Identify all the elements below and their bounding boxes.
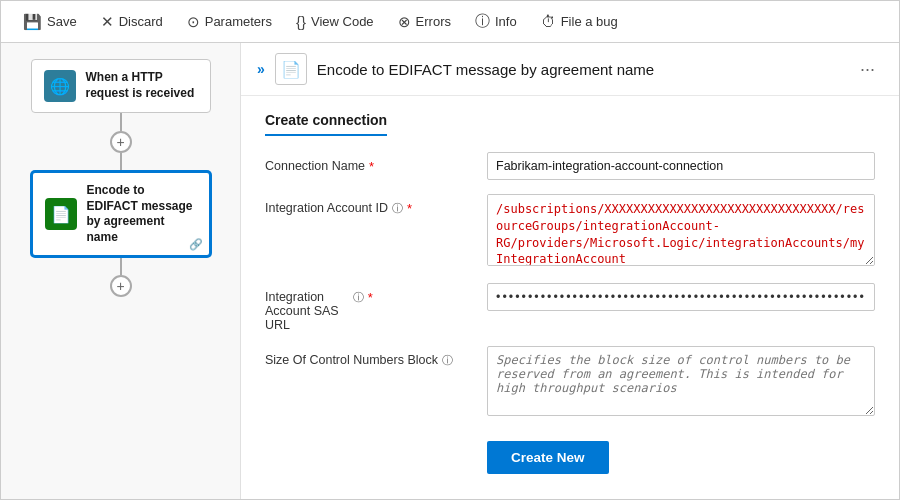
save-button[interactable]: 💾 Save: [13, 9, 87, 35]
connection-name-field: [487, 152, 875, 180]
v-line-2: [120, 153, 122, 171]
save-label: Save: [47, 14, 77, 29]
integration-account-id-input[interactable]: /subscriptions/XXXXXXXXXXXXXXXXXXXXXXXXX…: [487, 194, 875, 266]
sas-url-row: Integration Account SAS URL ⓘ *: [265, 283, 875, 332]
add-step-1[interactable]: +: [110, 131, 132, 153]
viewcode-button[interactable]: {} View Code: [286, 9, 384, 34]
parameters-button[interactable]: ⊙ Parameters: [177, 9, 282, 35]
action-title: Encode to EDIFACT message by agreement n…: [317, 61, 842, 78]
info-button[interactable]: ⓘ Info: [465, 8, 527, 35]
required-star-1: *: [369, 159, 374, 174]
action-menu-button[interactable]: ···: [852, 55, 883, 84]
main-area: 🌐 When a HTTP request is received + 📄 En…: [1, 43, 899, 500]
sas-url-field: [487, 283, 875, 311]
parameters-label: Parameters: [205, 14, 272, 29]
code-icon: {}: [296, 13, 306, 30]
v-line-3: [120, 257, 122, 275]
add-step-2[interactable]: +: [110, 275, 132, 297]
integration-account-id-row: Integration Account ID ⓘ * /subscription…: [265, 194, 875, 269]
filebug-label: File a bug: [561, 14, 618, 29]
errors-label: Errors: [416, 14, 451, 29]
viewcode-label: View Code: [311, 14, 374, 29]
integration-account-id-label: Integration Account ID ⓘ *: [265, 194, 475, 216]
required-star-2: *: [407, 201, 412, 216]
form-section-title: Create connection: [265, 112, 387, 136]
save-icon: 💾: [23, 13, 42, 31]
form-area: Create connection Connection Name * Inte…: [241, 96, 899, 500]
sas-url-label: Integration Account SAS URL ⓘ *: [265, 283, 475, 332]
sas-url-input[interactable]: [487, 283, 875, 311]
connector-1: +: [110, 113, 132, 171]
http-trigger-icon: 🌐: [44, 70, 76, 102]
create-new-button[interactable]: Create New: [487, 441, 609, 474]
action-header: » 📄 Encode to EDIFACT message by agreeme…: [241, 43, 899, 96]
errors-icon: ⊗: [398, 13, 411, 31]
control-numbers-block-row: Size Of Control Numbers Block ⓘ: [265, 346, 875, 419]
http-trigger-node[interactable]: 🌐 When a HTTP request is received: [31, 59, 211, 113]
info-icon-3[interactable]: ⓘ: [442, 353, 453, 368]
discard-icon: ✕: [101, 13, 114, 31]
required-star-3: *: [368, 290, 373, 305]
info-icon-1[interactable]: ⓘ: [392, 201, 403, 216]
control-numbers-block-field: [487, 346, 875, 419]
discard-button[interactable]: ✕ Discard: [91, 9, 173, 35]
connection-name-label: Connection Name *: [265, 152, 475, 174]
v-line-1: [120, 113, 122, 131]
info-icon-2[interactable]: ⓘ: [353, 290, 364, 305]
action-icon-box: 📄: [275, 53, 307, 85]
edifact-action-label: Encode to EDIFACT message by agreement n…: [87, 183, 197, 245]
info-label: Info: [495, 14, 517, 29]
left-panel: 🌐 When a HTTP request is received + 📄 En…: [1, 43, 241, 500]
bug-icon: ⏱: [541, 13, 556, 30]
info-icon: ⓘ: [475, 12, 490, 31]
link-icon: 🔗: [189, 238, 203, 251]
connection-name-row: Connection Name *: [265, 152, 875, 180]
integration-account-id-field: /subscriptions/XXXXXXXXXXXXXXXXXXXXXXXXX…: [487, 194, 875, 269]
control-numbers-block-label: Size Of Control Numbers Block ⓘ: [265, 346, 475, 368]
toolbar: 💾 Save ✕ Discard ⊙ Parameters {} View Co…: [1, 1, 899, 43]
errors-button[interactable]: ⊗ Errors: [388, 9, 461, 35]
connection-name-input[interactable]: [487, 152, 875, 180]
edifact-action-node[interactable]: 📄 Encode to EDIFACT message by agreement…: [31, 171, 211, 257]
control-numbers-block-input[interactable]: [487, 346, 875, 416]
filebug-button[interactable]: ⏱ File a bug: [531, 9, 628, 34]
discard-label: Discard: [119, 14, 163, 29]
right-panel: » 📄 Encode to EDIFACT message by agreeme…: [241, 43, 899, 500]
connector-2: +: [110, 257, 132, 297]
expand-arrows-icon[interactable]: »: [257, 61, 265, 77]
edifact-action-icon: 📄: [45, 198, 77, 230]
parameters-icon: ⊙: [187, 13, 200, 31]
http-trigger-label: When a HTTP request is received: [86, 70, 198, 101]
